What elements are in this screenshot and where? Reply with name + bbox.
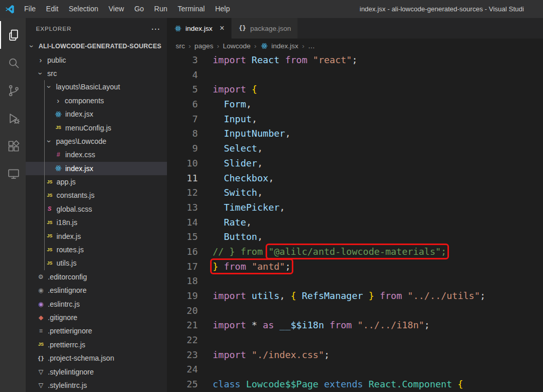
- tree-item-i18n-js[interactable]: JSi18n.js: [26, 216, 167, 229]
- json-icon: {}: [238, 25, 247, 31]
- code-line: 25class Lowcode$$Page extends React.Comp…: [167, 377, 543, 392]
- tree-item-app-js[interactable]: JSapp.js: [26, 175, 167, 189]
- tree-item-label: index.jsx: [65, 164, 93, 173]
- tree-item-index-css[interactable]: #index.css: [26, 148, 167, 161]
- tree-root-folder[interactable]: ALI-LOWCODE-GENERATED-SOURCES: [26, 40, 167, 53]
- menu-file[interactable]: File: [19, 0, 41, 18]
- tree-item-label: constants.js: [57, 191, 95, 199]
- sidebar: EXPLORER ⋯ ALI-LOWCODE-GENERATED-SOURCES…: [26, 18, 167, 392]
- code-line: 22: [167, 333, 543, 348]
- tree-item-index-js[interactable]: JSindex.js: [26, 229, 167, 242]
- code-line: 6 Form,: [167, 97, 543, 112]
- tree-item-components[interactable]: components: [26, 94, 167, 107]
- stylelint-icon: ▽: [36, 369, 45, 375]
- line-number: 12: [167, 185, 198, 200]
- tree-item-label: .stylelintrc.js: [48, 381, 87, 389]
- tree-item--stylelintrc-js[interactable]: ▽.stylelintrc.js: [26, 379, 167, 392]
- js-icon: JS: [45, 220, 54, 225]
- tab-package-json[interactable]: {}package.json: [232, 18, 298, 39]
- react-icon: [260, 42, 269, 50]
- tree-item--eslintrc-js[interactable]: ◉.eslintrc.js: [26, 297, 167, 310]
- tree-item-layouts-basiclayout[interactable]: layouts\BasicLayout: [26, 80, 167, 94]
- tree-item--prettierrc-js[interactable]: JS.prettierrc.js: [26, 338, 167, 351]
- remote-explorer-icon[interactable]: [0, 160, 26, 188]
- code-line: 13 TimePicker,: [167, 200, 543, 215]
- code-line: 14 Rate,: [167, 215, 543, 230]
- tree-item-label: layouts\BasicLayout: [56, 83, 120, 91]
- source-control-icon[interactable]: [0, 77, 26, 104]
- line-number: 25: [167, 377, 198, 392]
- search-icon[interactable]: [0, 49, 26, 77]
- chevron-right-icon: [54, 97, 62, 105]
- annotation-box: "@alilc/antd-lowcode-materials";: [268, 246, 446, 257]
- css-icon: #: [54, 152, 63, 158]
- js-icon: JS: [45, 180, 54, 184]
- code-line: 24: [167, 362, 543, 377]
- tree-item-routes-js[interactable]: JSroutes.js: [26, 243, 167, 256]
- tree-item--editorconfig[interactable]: ⚙.editorconfig: [26, 270, 167, 284]
- tree-item-constants-js[interactable]: JSconstants.js: [26, 189, 167, 202]
- indent-guide: [44, 80, 45, 270]
- tree-item-public[interactable]: public: [26, 53, 167, 66]
- code-line: 18: [167, 274, 543, 289]
- line-number: 9: [167, 141, 198, 156]
- line-number: 5: [167, 82, 198, 97]
- tree-item-pages-lowcode[interactable]: pages\Lowcode: [26, 135, 167, 148]
- tree-item-utils-js[interactable]: JSutils.js: [26, 256, 167, 270]
- breadcrumb-ellipsis[interactable]: …: [308, 42, 315, 50]
- tree-item-global-scss[interactable]: Sglobal.scss: [26, 202, 167, 216]
- tree-item-label: public: [47, 56, 66, 64]
- code-line: 10 Slider,: [167, 156, 543, 171]
- tree-item-label: .prettierrc.js: [48, 341, 85, 349]
- breadcrumb-index-jsx[interactable]: index.jsx: [260, 42, 298, 50]
- tree-item-label: src: [47, 69, 57, 78]
- sidebar-header: EXPLORER ⋯: [26, 18, 167, 40]
- code-line: 7 Input,: [167, 112, 543, 127]
- tree-item--eslintignore[interactable]: ◉.eslintignore: [26, 284, 167, 297]
- breadcrumb-pages[interactable]: pages: [195, 42, 214, 50]
- breadcrumb-src[interactable]: src: [176, 42, 185, 50]
- menu-go[interactable]: Go: [129, 0, 149, 18]
- js-icon: JS: [45, 234, 54, 238]
- breadcrumb-lowcode[interactable]: Lowcode: [223, 42, 251, 50]
- tree-item-label: pages\Lowcode: [56, 137, 106, 145]
- js-icon: JS: [45, 193, 54, 198]
- run-debug-icon[interactable]: [0, 104, 26, 132]
- activity-bar: [0, 18, 26, 392]
- line-number: 8: [167, 126, 198, 141]
- eslint-gray-icon: ◉: [36, 287, 45, 293]
- menu-run[interactable]: Run: [149, 0, 173, 18]
- scss-icon: S: [45, 206, 54, 212]
- tree-item--gitignore[interactable]: ◆.gitignore: [26, 311, 167, 324]
- explorer-icon[interactable]: [0, 21, 26, 49]
- chevron-right-icon: [36, 56, 45, 64]
- tree-item-index-jsx[interactable]: index.jsx: [26, 107, 167, 121]
- tree-item-menuconfig-js[interactable]: JSmenuConfig.js: [26, 121, 167, 134]
- line-number: 13: [167, 200, 198, 215]
- more-actions-icon[interactable]: ⋯: [151, 24, 160, 34]
- tree-item-label: .eslintrc.js: [48, 300, 80, 308]
- code-line: 5import {: [167, 82, 543, 97]
- tree-item-index-jsx[interactable]: index.jsx: [26, 162, 167, 175]
- line-number: 6: [167, 97, 198, 112]
- code-line: 12 Switch,: [167, 185, 543, 200]
- chevron-down-icon: [36, 69, 45, 78]
- react-icon: [54, 164, 63, 172]
- extensions-icon[interactable]: [0, 132, 26, 160]
- line-number: 20: [167, 304, 198, 319]
- tree-item--project-schema-json[interactable]: {}.project-schema.json: [26, 351, 167, 365]
- tab-index-jsx[interactable]: index.jsx×: [167, 18, 232, 39]
- tree-item-label: .eslintignore: [48, 286, 87, 294]
- tree-item-src[interactable]: src: [26, 67, 167, 80]
- tree-item--prettierignore[interactable]: ≡.prettierignore: [26, 324, 167, 338]
- menu-selection[interactable]: Selection: [64, 0, 104, 18]
- code-area[interactable]: 3import React from "react";45import {6 F…: [167, 53, 543, 392]
- tree-item--stylelintignore[interactable]: ▽.stylelintignore: [26, 365, 167, 378]
- menu-terminal[interactable]: Terminal: [173, 0, 210, 18]
- tree-item-label: routes.js: [57, 246, 84, 254]
- menu-view[interactable]: View: [103, 0, 129, 18]
- explorer-title: EXPLORER: [36, 26, 71, 32]
- menu-help[interactable]: Help: [210, 0, 235, 18]
- close-icon[interactable]: ×: [220, 24, 224, 33]
- menu-edit[interactable]: Edit: [41, 0, 64, 18]
